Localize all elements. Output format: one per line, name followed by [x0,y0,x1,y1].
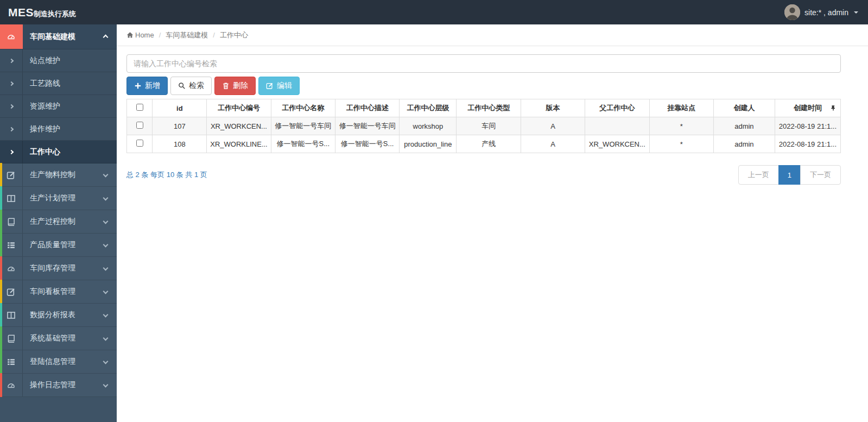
pager: 上一页 1 下一页 [738,165,841,185]
color-strip [0,186,2,210]
column-header-description[interactable]: 工作中心描述 [335,99,399,117]
sidebar-item-label: 车间库存管理 [30,263,75,273]
color-strip [0,210,2,234]
sidebar-item-resource-maintenance[interactable]: 资源维护 [0,95,117,118]
sidebar-item-process-route[interactable]: 工艺路线 [0,72,117,95]
sidebar-item-data-analysis-report[interactable]: 数据分析报表 [0,304,117,327]
book-icon [0,327,23,350]
pencil-square-icon [0,280,23,303]
chevron-down-icon [103,336,109,341]
table-cell: 107 [153,117,207,135]
table-row[interactable]: 107 XR_WORKCEN... 修一智能一号车间 修一智能一号车间 work… [127,117,841,135]
sidebar-item-login-info-management[interactable]: 登陆信息管理 [0,350,117,374]
sidebar-item-production-process-control[interactable]: 生产过程控制 [0,210,117,234]
next-page-button[interactable]: 下一页 [800,165,841,185]
table-cell: 修一智能一号车间 [271,117,335,135]
table-cell: 2022-08-19 21:1... [775,117,840,135]
plus-icon [134,82,142,90]
table-cell: * [649,135,713,153]
breadcrumb-current: 工作中心 [220,30,248,40]
search-button[interactable]: 检索 [170,77,212,95]
table-cell: admin [713,135,775,153]
column-header-code[interactable]: 工作中心编号 [207,99,271,117]
add-button[interactable]: 新增 [126,77,168,95]
app-logo[interactable]: MES制造执行系统 [0,6,76,19]
color-strip [0,280,2,304]
chevron-down-icon [103,242,109,248]
table-cell: 车间 [457,117,521,135]
column-header-creator[interactable]: 创建人 [713,99,775,117]
breadcrumb: Home / 车间基础建模 / 工作中心 [117,24,868,46]
column-header-version[interactable]: 版本 [521,99,585,117]
edit-icon [266,82,274,90]
sidebar-item-production-plan-management[interactable]: 生产计划管理 [0,187,117,210]
column-header-level[interactable]: 工作中心层级 [400,99,457,117]
work-center-table: id 工作中心编号 工作中心名称 工作中心描述 工作中心层级 工作中心类型 版本… [126,99,841,153]
avatar [784,4,800,20]
select-all-cell [127,99,153,117]
row-checkbox[interactable] [136,122,143,129]
caret-down-icon [854,11,858,14]
table-cell: * [649,117,713,135]
sidebar-item-station-maintenance[interactable]: 站点维护 [0,49,117,72]
table-cell: 108 [153,135,207,153]
columns-icon [0,304,23,326]
columns-icon [0,187,23,210]
column-header-type[interactable]: 工作中心类型 [457,99,521,117]
pagination: 总 2 条 每页 10 条 共 1 页 上一页 1 下一页 [126,165,841,185]
column-header-created-time[interactable]: 创建时间 [775,99,840,117]
delete-button[interactable]: 删除 [214,77,256,95]
gauge-icon [0,257,23,280]
table-row[interactable]: 108 XR_WORKLINE... 修一智能一号S... 修一智能一号S...… [127,135,841,153]
pencil-square-icon [0,163,23,186]
sidebar-item-system-basic-management[interactable]: 系统基础管理 [0,327,117,350]
sidebar-item-label: 车间基础建模 [30,32,75,42]
gauge-icon [0,374,23,396]
table-cell [585,117,649,135]
color-strip [0,163,2,187]
row-checkbox[interactable] [136,140,143,147]
sidebar-item-workshop-modeling[interactable]: 车间基础建模 [0,24,117,49]
sidebar-item-workshop-kanban-management[interactable]: 车间看板管理 [0,280,117,304]
search-icon [178,82,186,90]
sidebar-item-production-material-control[interactable]: 生产物料控制 [0,163,117,187]
color-strip [0,373,2,397]
edit-button[interactable]: 编辑 [258,77,300,95]
sidebar-item-operation-log-management[interactable]: 操作日志管理 [0,374,117,397]
table-header-row: id 工作中心编号 工作中心名称 工作中心描述 工作中心层级 工作中心类型 版本… [127,99,841,117]
row-select-cell [127,117,153,135]
table-cell: XR_WORKCEN... [585,135,649,153]
user-label: site:* , admin [804,8,848,17]
row-select-cell [127,135,153,153]
column-header-station[interactable]: 挂靠站点 [649,99,713,117]
top-navbar: MES制造执行系统 site:* , admin [0,0,868,24]
prev-page-button[interactable]: 上一页 [738,165,779,185]
sidebar-item-label: 生产过程控制 [30,217,75,226]
table-cell: 2022-08-19 21:1... [775,135,840,153]
breadcrumb-home[interactable]: Home [126,31,154,39]
sidebar-item-label: 车间看板管理 [30,287,75,297]
column-header-parent[interactable]: 父工作中心 [585,99,649,117]
sidebar-item-product-quality-management[interactable]: 产品质量管理 [0,234,117,257]
sidebar-item-workshop-inventory-management[interactable]: 车间库存管理 [0,257,117,280]
color-strip [0,350,2,374]
column-header-id[interactable]: id [153,99,207,117]
table-cell: XR_WORKCEN... [207,117,271,135]
sidebar-item-label: 登陆信息管理 [30,357,75,367]
main-content: Home / 车间基础建模 / 工作中心 新增 检索 删除 编辑 [117,24,868,422]
column-header-name[interactable]: 工作中心名称 [271,99,335,117]
sidebar-item-label: 操作维护 [30,124,60,134]
sidebar-item-label: 操作日志管理 [30,380,75,390]
search-input[interactable] [126,54,841,73]
sidebar-item-work-center[interactable]: 工作中心 [0,141,117,163]
user-menu[interactable]: site:* , admin [784,4,868,20]
breadcrumb-level1[interactable]: 车间基础建模 [166,30,208,40]
chevron-down-icon [103,312,109,318]
chevron-down-icon [103,172,109,178]
sidebar-item-label: 产品质量管理 [30,240,75,250]
breadcrumb-separator: / [159,31,161,39]
select-all-checkbox[interactable] [136,104,143,111]
page-1-button[interactable]: 1 [778,165,801,185]
sidebar-item-operation-maintenance[interactable]: 操作维护 [0,118,117,141]
pin-icon[interactable] [830,105,837,111]
